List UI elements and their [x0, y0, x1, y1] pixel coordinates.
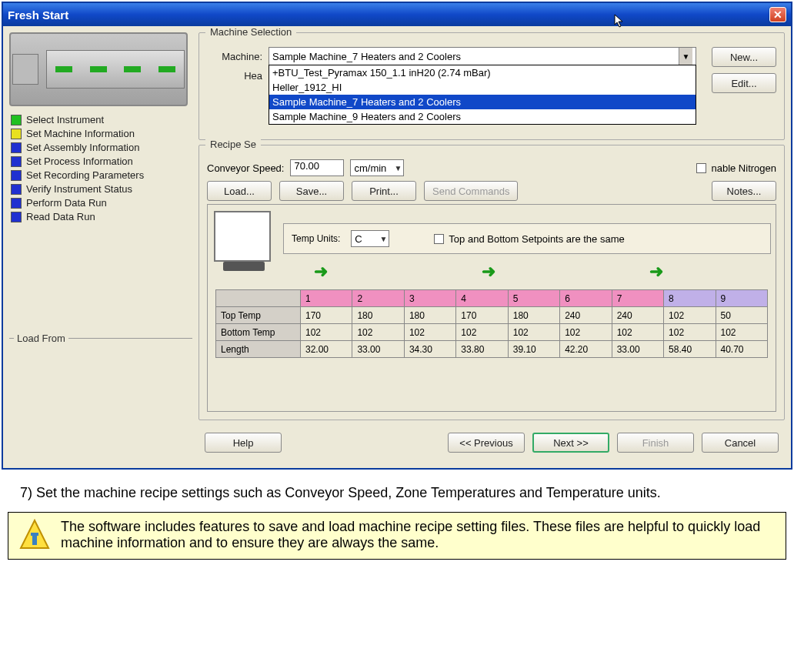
- zones-panel: Temp Units: C▼ Top and Bottom Setpoints …: [207, 204, 776, 412]
- length-cell[interactable]: 34.30: [404, 341, 455, 358]
- arrow-right-icon: ➜: [649, 262, 663, 282]
- length-cell[interactable]: 33.80: [456, 341, 508, 358]
- instruction-step-7: 7) Set the machine recipe settings such …: [0, 471, 794, 507]
- machine-option-3[interactable]: Sample Machine_9 Heaters and 2 Coolers: [269, 109, 696, 124]
- step-perform-data-run[interactable]: Perform Data Run: [11, 197, 191, 209]
- top-temp-row: Top Temp 170 180 180 170 180 240 240 102…: [216, 307, 768, 324]
- machine-selection-title: Machine Selection: [205, 26, 296, 38]
- step-set-process-info[interactable]: Set Process Information: [11, 155, 191, 167]
- notes-button[interactable]: Notes...: [712, 181, 776, 201]
- machine-combo[interactable]: Sample Machine_7 Heaters and 2 Coolers ▼…: [269, 47, 696, 65]
- zone-header-3: 3: [404, 290, 455, 307]
- previous-button[interactable]: << Previous: [448, 433, 525, 453]
- conveyor-speed-label: Conveyor Speed:: [207, 162, 284, 174]
- chevron-down-icon: ▼: [379, 235, 387, 243]
- load-recipe-button[interactable]: Load...: [207, 181, 272, 201]
- step-read-data-run[interactable]: Read Data Run: [11, 211, 191, 222]
- step-set-machine-info[interactable]: Set Machine Information: [11, 128, 191, 139]
- bottom-temp-cell[interactable]: 102: [404, 324, 455, 341]
- zone-header-6: 6: [560, 290, 612, 307]
- same-setpoints-checkbox[interactable]: Top and Bottom Setpoints are the same: [434, 233, 624, 245]
- length-cell[interactable]: 32.00: [301, 341, 352, 358]
- top-temp-cell[interactable]: 240: [560, 307, 612, 324]
- length-cell[interactable]: 42.20: [560, 341, 612, 358]
- length-cell[interactable]: 58.40: [664, 341, 716, 358]
- step-set-recording-params[interactable]: Set Recording Parameters: [11, 169, 191, 181]
- cancel-button[interactable]: Cancel: [702, 433, 779, 453]
- top-temp-cell[interactable]: 240: [612, 307, 663, 324]
- temp-units-select[interactable]: C▼: [351, 230, 389, 247]
- edit-machine-button[interactable]: Edit...: [712, 73, 776, 93]
- top-temp-cell[interactable]: 102: [664, 307, 716, 324]
- direction-arrows: ➜ ➜ ➜: [283, 254, 771, 289]
- top-temp-cell[interactable]: 170: [456, 307, 508, 324]
- arrow-right-icon: ➜: [482, 262, 495, 282]
- conveyor-unit-select[interactable]: cm/min▼: [350, 159, 404, 176]
- arrow-right-icon: ➜: [314, 262, 328, 282]
- help-button[interactable]: Help: [205, 433, 282, 453]
- step-set-assembly-info[interactable]: Set Assembly Information: [11, 142, 191, 153]
- top-temp-cell[interactable]: 170: [301, 307, 352, 324]
- window-title: Fresh Start: [8, 8, 68, 22]
- machine-combo-value: Sample Machine_7 Heaters and 2 Coolers: [272, 51, 679, 62]
- top-temp-cell[interactable]: 180: [352, 307, 404, 324]
- svg-rect-0: [32, 534, 37, 545]
- right-column: Machine Selection Machine: Sample Machin…: [198, 32, 785, 462]
- chevron-down-icon: ▼: [395, 164, 402, 172]
- wizard-nav-row: Help << Previous Next >> Finish Cancel: [198, 425, 785, 462]
- wizard-step-list: Select Instrument Set Machine Informatio…: [9, 111, 192, 226]
- machine-thumbnail: [9, 32, 188, 106]
- svg-rect-1: [31, 533, 38, 536]
- temp-units-label: Temp Units:: [292, 233, 340, 244]
- zone-header-5: 5: [508, 290, 559, 307]
- print-recipe-button[interactable]: Print...: [352, 181, 416, 201]
- zones-table: 1 2 3 4 5 6 7 8 9 Top Temp 170: [215, 289, 768, 358]
- length-row: Length 32.00 33.00 34.30 33.80 39.10 42.…: [216, 341, 768, 358]
- length-cell[interactable]: 33.00: [612, 341, 663, 358]
- tip-text: The software includes features to save a…: [61, 519, 776, 551]
- left-column: Select Instrument Set Machine Informatio…: [9, 32, 192, 462]
- temp-units-panel: Temp Units: C▼ Top and Bottom Setpoints …: [283, 223, 771, 254]
- top-temp-cell[interactable]: 180: [508, 307, 559, 324]
- length-cell[interactable]: 33.00: [352, 341, 404, 358]
- machine-dropdown-list[interactable]: +BTU_Test_Pyramax 150_1.1 inH20 (2.74 mB…: [269, 65, 696, 125]
- load-from-label: Load From: [14, 333, 68, 344]
- top-temp-cell[interactable]: 50: [716, 307, 768, 324]
- bottom-temp-cell[interactable]: 102: [301, 324, 352, 341]
- load-from-group: Load From: [9, 338, 192, 342]
- bottom-temp-cell[interactable]: 102: [560, 324, 612, 341]
- enable-nitrogen-checkbox[interactable]: nable Nitrogen: [696, 162, 776, 174]
- next-button[interactable]: Next >>: [532, 433, 609, 453]
- heater-label: Hea: [207, 70, 262, 82]
- bottom-temp-cell[interactable]: 102: [716, 324, 768, 341]
- recipe-settings-title: Recipe Se: [205, 139, 261, 150]
- length-cell[interactable]: 39.10: [508, 341, 559, 358]
- zone-header-4: 4: [456, 290, 508, 307]
- step-select-instrument[interactable]: Select Instrument: [11, 114, 191, 125]
- zone-header-9: 9: [716, 290, 768, 307]
- zone-header-2: 2: [352, 290, 404, 307]
- conveyor-speed-input[interactable]: 70.00: [290, 159, 344, 176]
- length-cell[interactable]: 40.70: [716, 341, 768, 358]
- bottom-temp-row: Bottom Temp 102 102 102 102 102 102 102 …: [216, 324, 768, 341]
- save-recipe-button[interactable]: Save...: [279, 181, 344, 201]
- zone-header-1: 1: [301, 290, 352, 307]
- tip-note-box: The software includes features to save a…: [8, 512, 786, 560]
- zone-header-row: 1 2 3 4 5 6 7 8 9: [216, 290, 768, 307]
- machine-option-0[interactable]: +BTU_Test_Pyramax 150_1.1 inH20 (2.74 mB…: [269, 65, 696, 80]
- close-button[interactable]: ✕: [769, 7, 786, 22]
- bottom-temp-cell[interactable]: 102: [664, 324, 716, 341]
- machine-option-2[interactable]: Sample Machine_7 Heaters and 2 Coolers: [269, 95, 696, 109]
- new-machine-button[interactable]: New...: [712, 47, 776, 67]
- tip-icon: [18, 519, 52, 553]
- bottom-temp-cell[interactable]: 102: [352, 324, 404, 341]
- top-temp-cell[interactable]: 180: [404, 307, 455, 324]
- dialog-content: Select Instrument Set Machine Informatio…: [3, 26, 791, 468]
- recipe-settings-group: Recipe Se Conveyor Speed: 70.00 cm/min▼ …: [198, 145, 785, 420]
- bottom-temp-cell[interactable]: 102: [612, 324, 663, 341]
- step-verify-instrument[interactable]: Verify Instrument Status: [11, 183, 191, 195]
- bottom-temp-cell[interactable]: 102: [456, 324, 508, 341]
- machine-selection-group: Machine Selection Machine: Sample Machin…: [198, 32, 785, 140]
- machine-option-1[interactable]: Heller_1912_HI: [269, 80, 696, 95]
- bottom-temp-cell[interactable]: 102: [508, 324, 559, 341]
